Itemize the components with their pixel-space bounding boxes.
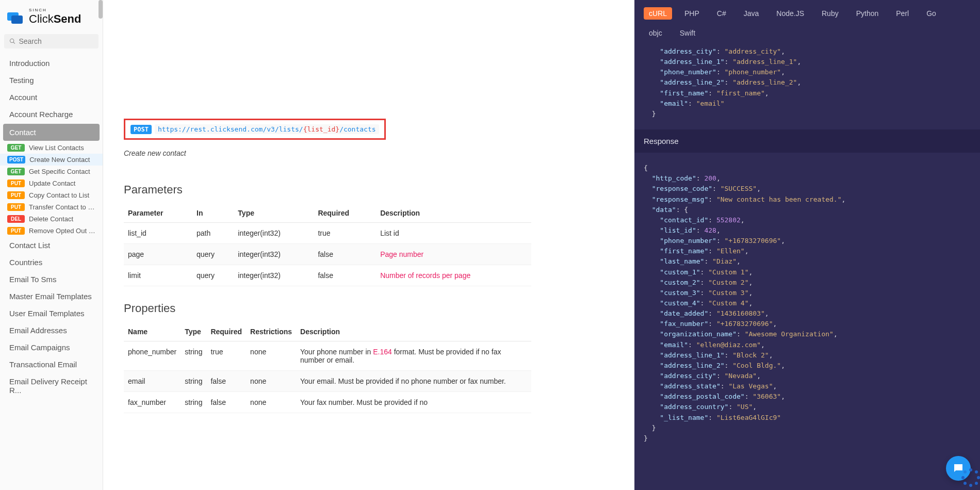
col-in: In — [192, 204, 234, 223]
lang-tab-curl[interactable]: cURL — [644, 7, 672, 20]
properties-table: NameTypeRequiredRestrictionsDescription … — [124, 322, 531, 413]
response-code-block[interactable]: { "http_code": 200, "response_code": "SU… — [634, 153, 980, 454]
nav-item-countries[interactable]: Countries — [0, 254, 103, 271]
method-badge: PUT — [7, 179, 25, 187]
nav-item-user-email-templates[interactable]: User Email Templates — [0, 305, 103, 322]
col-parameter: Parameter — [124, 204, 192, 223]
nav-item-account-recharge[interactable]: Account Recharge — [0, 106, 103, 123]
brand-superscript: SINCH — [29, 8, 47, 12]
nav-item-email-delivery-receipt-r-[interactable]: Email Delivery Receipt R... — [0, 373, 103, 399]
lang-tab-java[interactable]: Java — [739, 7, 764, 20]
lang-tab-go[interactable]: Go — [921, 7, 941, 20]
main-content: POST https://rest.clicksend.com/v3/lists… — [103, 0, 634, 490]
method-badge: POST — [7, 156, 25, 164]
doc-link[interactable]: Number of records per page — [380, 271, 470, 280]
search-icon — [9, 38, 15, 45]
response-heading: Response — [634, 129, 980, 153]
lang-tab-perl[interactable]: Perl — [891, 7, 914, 20]
endpoint-description: Create new contact — [124, 149, 531, 157]
lang-tab-php[interactable]: PHP — [679, 7, 705, 20]
nav-item-testing[interactable]: Testing — [0, 72, 103, 89]
col-type: Type — [234, 204, 314, 223]
nav-item-transactional-email[interactable]: Transactional Email — [0, 356, 103, 373]
sidebar: SINCH ClickSend IntroductionTestingAccou… — [0, 0, 103, 490]
method-badge: GET — [7, 144, 25, 152]
method-badge: PUT — [7, 191, 25, 199]
sub-item-get-specific-contact[interactable]: GETGet Specific Contact — [0, 166, 103, 177]
nav-item-contact[interactable]: Contact — [3, 124, 100, 141]
table-row: fax_numberstringfalsenoneYour fax number… — [124, 392, 531, 413]
col-description: Description — [376, 204, 531, 223]
col-required: Required — [314, 204, 376, 223]
svg-rect-1 — [11, 15, 23, 24]
lang-tab-ruby[interactable]: Ruby — [816, 7, 844, 20]
parameters-table: ParameterInTypeRequiredDescription list_… — [124, 204, 531, 286]
sub-item-label: Transfer Contact to List — [29, 203, 95, 211]
sub-item-create-new-contact[interactable]: POSTCreate New Contact — [0, 154, 103, 166]
svg-line-4 — [13, 42, 15, 44]
code-panel: cURLPHPC#JavaNode.JSRubyPythonPerlGoobjc… — [634, 0, 980, 490]
col-type: Type — [181, 322, 206, 341]
nav-item-email-addresses[interactable]: Email Addresses — [0, 322, 103, 339]
language-tabs: cURLPHPC#JavaNode.JSRubyPythonPerlGoobjc… — [634, 0, 980, 46]
lang-tab-python[interactable]: Python — [851, 7, 884, 20]
nav-item-email-to-sms[interactable]: Email To Sms — [0, 271, 103, 288]
brand-logo[interactable]: SINCH ClickSend — [0, 0, 103, 31]
sub-item-label: View List Contacts — [29, 144, 95, 152]
nav-item-email-campaigns[interactable]: Email Campaigns — [0, 339, 103, 356]
sub-item-transfer-contact-to-list[interactable]: PUTTransfer Contact to List — [0, 201, 103, 213]
doc-link[interactable]: E.164 — [373, 348, 392, 356]
nav: IntroductionTestingAccountAccount Rechar… — [0, 55, 103, 419]
parameters-heading: Parameters — [124, 183, 531, 197]
sub-item-label: Get Specific Contact — [29, 168, 95, 175]
sub-item-update-contact[interactable]: PUTUpdate Contact — [0, 177, 103, 189]
nav-item-contact-list[interactable]: Contact List — [0, 237, 103, 254]
table-row: list_idpathinteger(int32)trueList id — [124, 223, 531, 244]
svg-text:ClickSend: ClickSend — [29, 12, 81, 25]
lang-tab-c[interactable]: C# — [712, 7, 731, 20]
method-badge: PUT — [7, 203, 25, 211]
table-row: pagequeryinteger(int32)falsePage number — [124, 244, 531, 265]
search-input[interactable] — [19, 37, 93, 45]
search-input-wrap[interactable] — [4, 34, 99, 48]
sub-item-remove-opted-out-cont-[interactable]: PUTRemove Opted Out Cont... — [0, 225, 103, 237]
sub-item-label: Create New Contact — [29, 156, 95, 164]
svg-point-3 — [10, 39, 14, 42]
endpoint-method-badge: POST — [130, 125, 152, 134]
doc-link[interactable]: Page number — [380, 250, 423, 258]
method-badge: DEL — [7, 215, 25, 223]
sidebar-scrollbar[interactable] — [99, 0, 103, 19]
col-restrictions: Restrictions — [246, 322, 296, 341]
nav-item-introduction[interactable]: Introduction — [0, 55, 103, 72]
lang-tab-objc[interactable]: objc — [644, 27, 667, 39]
sub-item-label: Remove Opted Out Cont... — [29, 227, 95, 235]
sub-item-view-list-contacts[interactable]: GETView List Contacts — [0, 142, 103, 154]
sub-item-label: Update Contact — [29, 179, 95, 187]
col-description: Description — [296, 322, 531, 341]
sub-item-label: Copy Contact to List — [29, 191, 95, 199]
col-name: Name — [124, 322, 181, 341]
table-row: phone_numberstringtruenoneYour phone num… — [124, 341, 531, 371]
nav-item-master-email-templates[interactable]: Master Email Templates — [0, 288, 103, 305]
loading-spinner-icon — [961, 468, 980, 487]
method-badge: PUT — [7, 227, 25, 235]
sub-item-copy-contact-to-list[interactable]: PUTCopy Contact to List — [0, 189, 103, 201]
properties-heading: Properties — [124, 302, 531, 315]
endpoint-url[interactable]: https://rest.clicksend.com/v3/lists/{lis… — [155, 124, 379, 134]
lang-tab-swift[interactable]: Swift — [675, 27, 700, 39]
method-badge: GET — [7, 168, 25, 175]
endpoint-highlight-box: POST https://rest.clicksend.com/v3/lists… — [124, 119, 386, 140]
table-row: limitqueryinteger(int32)falseNumber of r… — [124, 265, 531, 286]
col-required: Required — [206, 322, 246, 341]
lang-tab-nodejs[interactable]: Node.JS — [771, 7, 809, 20]
table-row: emailstringfalsenoneYour email. Must be … — [124, 371, 531, 392]
sub-item-delete-contact[interactable]: DELDelete Contact — [0, 213, 103, 225]
request-code-block[interactable]: "address_city": "address_city", "address… — [634, 46, 980, 129]
nav-item-account[interactable]: Account — [0, 89, 103, 106]
sub-item-label: Delete Contact — [29, 215, 95, 223]
